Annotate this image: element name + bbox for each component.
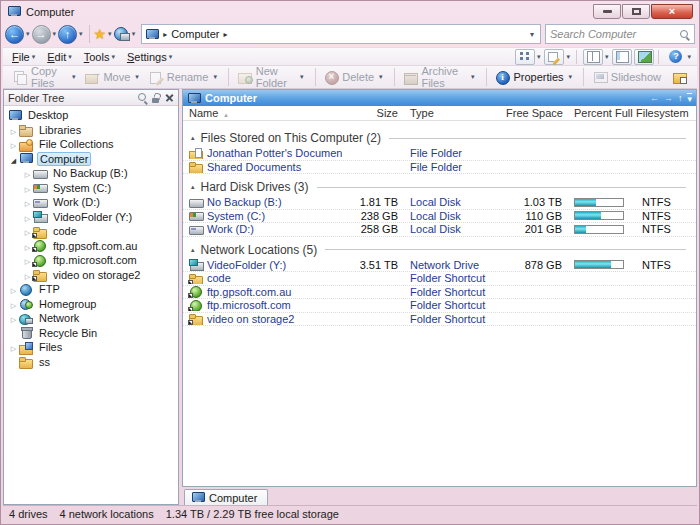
- expander-icon[interactable]: [8, 283, 19, 295]
- slideshow-button[interactable]: Slideshow: [589, 69, 668, 86]
- network-places-icon[interactable]: [114, 27, 130, 41]
- panel-back-icon[interactable]: ←: [650, 93, 659, 103]
- tree-item-libraries[interactable]: Libraries: [4, 123, 178, 138]
- breadcrumb[interactable]: Computer: [171, 28, 219, 40]
- viewer-pane-button[interactable]: [634, 49, 654, 65]
- archive-files-button[interactable]: Archive Files▾: [399, 63, 480, 91]
- toolbar-customize-button[interactable]: [668, 69, 691, 86]
- panel-forward-icon[interactable]: →: [664, 93, 673, 103]
- expander-icon[interactable]: [8, 153, 19, 165]
- tree-item-computer[interactable]: Computer: [4, 152, 178, 167]
- menu-dropdown-icon: ▾: [169, 53, 173, 61]
- file-row-videofolder-y[interactable]: VideoFolder (Y:)3.51 TBNetwork Drive878 …: [183, 259, 696, 273]
- file-row-code[interactable]: codeFolder Shortcut: [183, 272, 696, 286]
- file-row-work-d[interactable]: Work (D:)258 GBLocal Disk201 GBNTFS: [183, 223, 696, 237]
- copy-files-button[interactable]: Copy Files▾: [9, 63, 81, 91]
- network-places-dropdown[interactable]: ▾: [132, 30, 136, 38]
- file-row-shared-documents[interactable]: Shared DocumentsFile Folder: [183, 161, 696, 175]
- expander-icon[interactable]: [8, 298, 19, 310]
- tree-item-no-backup-b[interactable]: No Backup (B:): [4, 166, 178, 181]
- tree-item-desktop[interactable]: Desktop: [4, 108, 178, 123]
- menu-file[interactable]: File▾: [7, 50, 42, 64]
- favorites-dropdown[interactable]: ▾: [108, 30, 112, 38]
- file-row-ftp-gpsoft-com-au[interactable]: ftp.gpsoft.com.auFolder Shortcut: [183, 286, 696, 300]
- close-button[interactable]: ×: [651, 4, 693, 19]
- panel-menu-icon[interactable]: ▾: [687, 93, 692, 104]
- expander-icon[interactable]: [8, 312, 19, 324]
- group-header-hard-disk-drives-3[interactable]: ▴Hard Disk Drives (3): [183, 178, 696, 196]
- tree-item-system-c[interactable]: System (C:): [4, 181, 178, 196]
- column-filesystem[interactable]: Filesystem: [630, 107, 696, 119]
- back-button[interactable]: ←: [5, 25, 24, 44]
- expander-icon[interactable]: [22, 167, 33, 179]
- tree-item-ftp-microsoft-com[interactable]: ftp.microsoft.com: [4, 253, 178, 268]
- menu-settings[interactable]: Settings▾: [122, 50, 179, 64]
- column-name[interactable]: Name▴: [183, 107, 342, 119]
- up-dropdown[interactable]: ▾: [79, 30, 83, 38]
- column-size[interactable]: Size: [342, 107, 404, 119]
- address-dropdown-icon[interactable]: ▾: [527, 30, 537, 39]
- tree-item-file-collections[interactable]: File Collections: [4, 137, 178, 152]
- breadcrumb-arrow-icon[interactable]: ▸: [223, 30, 227, 39]
- favorites-star-icon[interactable]: ★: [94, 27, 107, 41]
- new-folder-button[interactable]: New Folder▾: [234, 63, 310, 91]
- expander-icon[interactable]: [8, 124, 19, 136]
- file-row-ftp-microsoft-com[interactable]: ftp.microsoft.comFolder Shortcut: [183, 299, 696, 313]
- tree-item-homegroup[interactable]: Homegroup: [4, 297, 178, 312]
- minimize-button[interactable]: [593, 4, 621, 19]
- forward-button[interactable]: →: [32, 25, 51, 44]
- search-input[interactable]: [550, 28, 679, 40]
- group-header-files-stored-on-this-computer-2[interactable]: ▴Files Stored on This Computer (2): [183, 129, 696, 147]
- expander-icon[interactable]: [22, 196, 33, 208]
- search-icon[interactable]: [679, 29, 690, 40]
- menu-tools[interactable]: Tools▾: [79, 50, 122, 64]
- metadata-edit-dropdown[interactable]: ▾: [566, 53, 570, 61]
- tree-item-video-on-storage2[interactable]: video on storage2: [4, 268, 178, 283]
- move-button[interactable]: Move▾: [81, 69, 144, 86]
- file-row-jonathan-potter-s-documents[interactable]: Jonathan Potter's DocumentsFile Folder: [183, 147, 696, 161]
- delete-button[interactable]: Delete▾: [320, 69, 388, 86]
- tree-item-recycle-bin[interactable]: Recycle Bin: [4, 326, 178, 341]
- file-row-system-c[interactable]: System (C:)238 GBLocal Disk110 GBNTFS: [183, 210, 696, 224]
- tree-close-icon[interactable]: [165, 93, 174, 102]
- group-header-network-locations-5[interactable]: ▴Network Locations (5): [183, 241, 696, 259]
- forward-dropdown[interactable]: ▾: [53, 30, 57, 38]
- maximize-button[interactable]: [622, 4, 650, 19]
- tree-item-videofolder-y[interactable]: VideoFolder (Y:): [4, 210, 178, 225]
- column-percent-full[interactable]: Percent Full: [568, 107, 630, 119]
- tree-item-ftp-gpsoft-com-au[interactable]: ftp.gpsoft.com.au: [4, 239, 178, 254]
- rename-button[interactable]: Rename▾: [145, 69, 223, 86]
- help-dropdown[interactable]: ▾: [687, 53, 691, 61]
- file-row-video-on-storage2[interactable]: video on storage2Folder Shortcut: [183, 313, 696, 327]
- tree-find-icon[interactable]: [137, 92, 148, 103]
- menu-edit[interactable]: Edit▾: [42, 50, 78, 64]
- column-type[interactable]: Type: [404, 107, 500, 119]
- address-bar[interactable]: ▸ Computer ▸ ▾: [141, 24, 541, 44]
- tree-item-code[interactable]: code: [4, 224, 178, 239]
- file-row-no-backup-b[interactable]: No Backup (B:)1.81 TBLocal Disk1.03 TBNT…: [183, 196, 696, 210]
- expander-icon[interactable]: [8, 341, 19, 353]
- back-dropdown[interactable]: ▾: [26, 30, 30, 38]
- tree-item-ss[interactable]: ss: [4, 355, 178, 370]
- tree-item-ftp[interactable]: FTP: [4, 282, 178, 297]
- up-button[interactable]: ↑: [58, 25, 77, 44]
- tree-lock-icon[interactable]: [152, 93, 161, 103]
- expander-icon[interactable]: [8, 138, 19, 150]
- breadcrumb-arrow-icon[interactable]: ▸: [163, 30, 167, 39]
- tree-item-files[interactable]: Files: [4, 340, 178, 355]
- panel-up-icon[interactable]: ↑: [678, 93, 683, 103]
- expander-icon[interactable]: [22, 211, 33, 223]
- column-free-space[interactable]: Free Space: [500, 107, 568, 119]
- tree-item-work-d[interactable]: Work (D:): [4, 195, 178, 210]
- dual-display-dropdown[interactable]: ▾: [605, 53, 609, 61]
- tab-computer[interactable]: Computer: [184, 489, 268, 505]
- folder-tree-toggle-button[interactable]: [612, 49, 632, 65]
- dual-display-button[interactable]: [583, 49, 603, 65]
- expander-icon[interactable]: [22, 182, 33, 194]
- help-button[interactable]: [665, 49, 685, 65]
- view-mode-button[interactable]: [515, 49, 535, 65]
- properties-button[interactable]: Properties▾: [491, 69, 578, 86]
- tree-item-network[interactable]: Network: [4, 311, 178, 326]
- view-mode-dropdown[interactable]: ▾: [537, 53, 541, 61]
- metadata-edit-button[interactable]: [544, 49, 564, 65]
